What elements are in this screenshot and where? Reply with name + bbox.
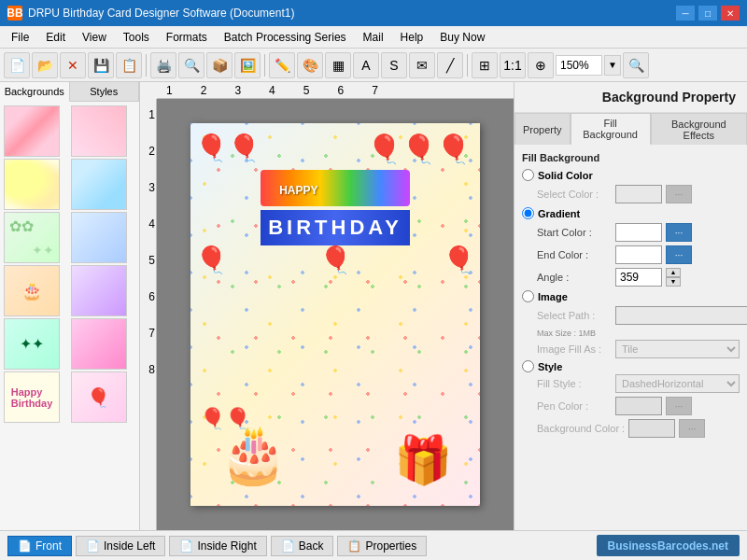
menu-buynow[interactable]: Buy Now [432, 29, 492, 46]
bg-thumb-6[interactable] [71, 212, 127, 263]
menu-view[interactable]: View [75, 29, 114, 46]
property-content: Fill Background Solid Color Select Color… [514, 145, 747, 449]
bg-thumb-1[interactable] [4, 105, 60, 157]
view-properties-button[interactable]: 📋 Properties [337, 536, 427, 556]
birthday-text: BIRTHDAY [261, 210, 410, 245]
bg-thumb-10[interactable] [71, 318, 127, 370]
select-color-row: Select Color : ··· [537, 185, 740, 203]
tab-background-effects[interactable]: Background Effects [651, 113, 747, 145]
maximize-button[interactable]: □ [698, 6, 717, 21]
view-front-button[interactable]: 📄 Front [7, 536, 72, 556]
menu-tools[interactable]: Tools [116, 29, 157, 46]
solid-color-radio[interactable] [522, 169, 534, 181]
saveas-button[interactable]: 📋 [116, 52, 142, 78]
ratio-button[interactable]: 1:1 [500, 52, 526, 78]
angle-down-button[interactable]: ▼ [666, 277, 681, 287]
select-color-label: Select Color : [537, 189, 612, 200]
menu-batch[interactable]: Batch Processing Series [217, 29, 354, 46]
text-button[interactable]: A [353, 52, 379, 78]
import-button[interactable]: 📦 [206, 52, 233, 78]
select-path-label: Select Path : [537, 310, 612, 321]
tab-styles[interactable]: Styles [70, 82, 140, 101]
inside-left-label: Inside Left [104, 539, 155, 553]
tab-backgrounds[interactable]: Backgrounds [0, 82, 70, 102]
fill-style-row: Fill Style : DashedHorizontal [537, 374, 740, 393]
start-color-preview[interactable] [615, 223, 662, 242]
start-color-picker-button[interactable]: ··· [666, 223, 692, 242]
card-frame[interactable]: 🎈🎈 🎈🎈🎈 HAPPY BIRTHDAY 🎈 🎈 🎈 🎂 [190, 123, 480, 506]
bg-thumb-3[interactable] [4, 159, 60, 210]
zoom-dropdown[interactable]: ▼ [604, 55, 621, 76]
zoomin-button[interactable]: ⊕ [528, 52, 554, 78]
view-back-button[interactable]: 📄 Back [271, 536, 334, 556]
barcode-button[interactable]: ▦ [325, 52, 351, 78]
solid-color-picker-button[interactable]: ··· [666, 185, 692, 203]
angle-up-button[interactable]: ▲ [666, 268, 681, 277]
angle-label: Angle : [537, 272, 612, 283]
minimize-button[interactable]: ─ [676, 6, 695, 21]
grid-button[interactable]: ⊞ [472, 52, 498, 78]
menu-edit[interactable]: Edit [38, 29, 73, 46]
bg-thumb-8[interactable] [71, 265, 127, 316]
bg-thumb-4[interactable] [71, 159, 127, 210]
panel-title: Background Property [514, 82, 747, 113]
card-banner: HAPPY [261, 170, 410, 206]
zoomout-button[interactable]: 🔍 [623, 52, 649, 78]
image-fill-as-row: Image Fill As : Tile [537, 340, 740, 358]
end-color-preview[interactable] [615, 245, 662, 264]
open-button[interactable]: 📂 [32, 52, 58, 78]
brand-text: BusinessBarcodes.net [608, 539, 728, 553]
image-fill-as-label: Image Fill As : [537, 343, 612, 355]
pen-color-label: Pen Color : [537, 400, 612, 412]
end-color-label: End Color : [537, 249, 612, 260]
style-radio[interactable] [522, 360, 534, 372]
tab-fill-background[interactable]: Fill Background [571, 113, 651, 145]
solid-color-row: Solid Color [522, 169, 740, 181]
right-panel: Background Property Property Fill Backgr… [514, 82, 747, 530]
gradient-radio[interactable] [522, 207, 534, 219]
wordart-button[interactable]: S [381, 52, 407, 78]
solid-color-preview[interactable] [615, 185, 662, 203]
title-bar: BB DRPU Birthday Card Designer Software … [0, 0, 747, 26]
pen-color-picker-button: ··· [666, 397, 692, 415]
close-doc-button[interactable]: ✕ [60, 52, 86, 78]
canvas-area: 1 2 3 4 5 6 7 1 2 3 4 5 6 7 8 🎈🎈 🎈🎈🎈 [140, 82, 514, 530]
front-icon: 📄 [18, 539, 32, 553]
menu-file[interactable]: File [4, 29, 36, 46]
bg-thumb-5[interactable]: ✿✿ ✦✦ [4, 212, 60, 263]
print-button[interactable]: 🖨️ [150, 52, 176, 78]
bg-thumb-11[interactable]: HappyBirthday [4, 371, 60, 423]
line-button[interactable]: ╱ [437, 52, 463, 78]
properties-label: Properties [365, 539, 416, 553]
zoom-input[interactable]: 150% [556, 55, 602, 76]
ruler-vertical: 1 2 3 4 5 6 7 8 [140, 99, 157, 530]
menu-formats[interactable]: Formats [159, 29, 215, 46]
view-inside-left-button[interactable]: 📄 Inside Left [76, 536, 165, 556]
tab-property[interactable]: Property [514, 113, 571, 145]
canvas-content: 🎈🎈 🎈🎈🎈 HAPPY BIRTHDAY 🎈 🎈 🎈 🎂 [157, 99, 514, 530]
image-radio[interactable] [522, 290, 534, 302]
new-button[interactable]: 📄 [4, 52, 30, 78]
bg-thumb-9[interactable]: ✦✦ [4, 318, 60, 370]
close-button[interactable]: ✕ [721, 6, 740, 21]
solid-color-label: Solid Color [538, 170, 593, 181]
bg-thumb-7[interactable]: 🎂 [4, 265, 60, 316]
balloon-bottom-left: 🎈🎈 [200, 407, 250, 431]
angle-row: Angle : 359 ▲ ▼ [537, 268, 740, 287]
inside-left-icon: 📄 [86, 539, 100, 553]
shape-button[interactable]: ✉ [409, 52, 435, 78]
save-button[interactable]: 💾 [88, 52, 114, 78]
ruler-horizontal: 1 2 3 4 5 6 7 [157, 82, 514, 99]
color-button[interactable]: 🎨 [297, 52, 323, 78]
image-button[interactable]: 🖼️ [234, 52, 261, 78]
preview-button[interactable]: 🔍 [178, 52, 204, 78]
end-color-picker-button[interactable]: ··· [666, 245, 692, 264]
menu-help[interactable]: Help [393, 29, 431, 46]
bg-thumb-12[interactable]: 🎈 [71, 371, 127, 423]
gift-image: 🎁 [394, 433, 452, 487]
view-inside-right-button[interactable]: 📄 Inside Right [169, 536, 266, 556]
angle-input[interactable]: 359 [615, 268, 662, 287]
menu-mail[interactable]: Mail [356, 29, 391, 46]
bg-thumb-2[interactable] [71, 105, 127, 157]
draw-button[interactable]: ✏️ [269, 52, 295, 78]
